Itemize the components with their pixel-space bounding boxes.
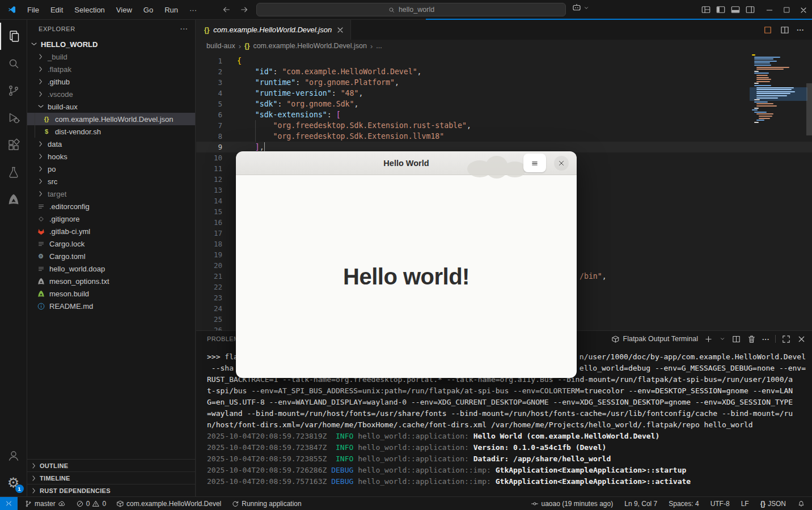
toggle-primary-sidebar-icon[interactable]	[716, 5, 726, 15]
minimap[interactable]	[752, 54, 804, 128]
breadcrumb-tail[interactable]: ...	[376, 42, 382, 50]
tree-item--flatpak[interactable]: .flatpak	[27, 63, 195, 75]
menu-go[interactable]: Go	[138, 3, 158, 16]
running-status[interactable]: Running application	[228, 497, 304, 510]
file-label: build-aux	[48, 103, 78, 111]
forward-icon[interactable]	[239, 5, 249, 15]
tree-item-build-aux[interactable]: build-aux	[27, 100, 195, 113]
breadcrumb-file[interactable]: com.example.HelloWorld.Devel.json	[253, 42, 367, 50]
tree-item-readme-md[interactable]: README.md	[27, 300, 195, 312]
toggle-secondary-sidebar-icon[interactable]	[745, 5, 755, 15]
command-center-search[interactable]: hello_world	[256, 3, 566, 16]
tree-item-src[interactable]: src	[27, 175, 195, 188]
tree-item-hello-world-doap[interactable]: hello_world.doap	[27, 262, 195, 275]
breadcrumb-folder[interactable]: build-aux	[206, 42, 235, 50]
section-timeline[interactable]: TIMELINE	[27, 471, 195, 484]
section-label: TIMELINE	[40, 475, 70, 482]
toggle-panel-icon[interactable]	[730, 5, 741, 15]
tree-item-target[interactable]: target	[27, 188, 195, 200]
maximize-panel-icon[interactable]	[781, 334, 791, 344]
activity-run-debug[interactable]	[0, 104, 27, 131]
back-icon[interactable]	[221, 5, 231, 15]
chevron-down-icon	[36, 102, 45, 111]
split-editor-icon[interactable]	[780, 25, 790, 35]
activity-explorer[interactable]	[0, 23, 27, 50]
notifications-bell[interactable]	[794, 497, 809, 510]
activity-meson[interactable]	[0, 186, 27, 213]
new-terminal-icon[interactable]	[704, 334, 713, 344]
gtk-menu-button[interactable]	[523, 154, 546, 172]
tree-root[interactable]: HELLO_WORLD	[27, 38, 195, 50]
accounts-button[interactable]	[0, 442, 27, 469]
tree-item--editorconfig[interactable]: .editorconfig	[27, 200, 195, 212]
panel-more-actions-icon[interactable]: ···	[762, 335, 769, 343]
line-number: 5	[196, 100, 222, 108]
customize-layout-icon[interactable]	[701, 5, 711, 15]
copilot-button[interactable]	[572, 3, 590, 13]
menu-run[interactable]: Run	[159, 3, 183, 16]
editor-action-square-icon[interactable]	[763, 25, 773, 35]
tree-item--build[interactable]: _build	[27, 50, 195, 63]
minimap-line	[754, 65, 771, 66]
eol[interactable]: LF	[738, 497, 752, 510]
terminal-dropdown-icon[interactable]	[719, 335, 726, 342]
vscode-window: FileEditSelectionViewGoRun··· hello_worl…	[0, 0, 812, 510]
activity-extensions[interactable]	[0, 131, 27, 159]
close-window-icon[interactable]	[799, 6, 808, 15]
commit-status[interactable]: uaoao (19 minutes ago)	[527, 497, 616, 510]
tree-item--vscode[interactable]: .vscode	[27, 88, 195, 100]
search-icon	[388, 6, 395, 14]
menu-overflow[interactable]: ···	[184, 3, 202, 16]
tree-item-cargo-toml[interactable]: ⚙Cargo.toml	[27, 250, 195, 262]
minimize-icon[interactable]	[765, 6, 774, 15]
menu-selection[interactable]: Selection	[69, 3, 109, 16]
kill-terminal-icon[interactable]	[747, 334, 756, 344]
menu-edit[interactable]: Edit	[45, 3, 68, 16]
line-content: "id": "com.example.HelloWorld.Devel",	[237, 66, 812, 77]
section-rust-dependencies[interactable]: RUST DEPENDENCIES	[27, 484, 195, 496]
tree-item--gitignore[interactable]: .gitignore	[27, 212, 195, 225]
problems-status[interactable]: 0 0	[73, 497, 109, 510]
explorer-more-actions[interactable]: ···	[180, 26, 188, 32]
status-bar: master 0 0 com.example.HelloWorld.Devel …	[0, 496, 812, 510]
menu-view[interactable]: View	[111, 3, 137, 16]
editor-scrollbar[interactable]	[806, 83, 812, 135]
tree-item--gitlab-ci-yml[interactable]: .gitlab-ci.yml	[27, 225, 195, 237]
chevron-right-icon	[36, 139, 45, 148]
settings-button[interactable]: ⚙ 1	[0, 469, 27, 496]
branch-status[interactable]: master	[21, 497, 69, 510]
flatpak-module-status[interactable]: com.example.HelloWorld.Devel	[113, 497, 225, 510]
language-mode[interactable]: {} JSON	[757, 497, 789, 510]
maximize-icon[interactable]	[783, 6, 790, 14]
terminal-label[interactable]: Flatpak Output Terminal	[611, 335, 698, 343]
terminal-line: G=en_US.UTF-8 --env=WAYLAND_DISPLAY=wayl…	[207, 397, 812, 408]
code-line: 1{	[196, 56, 812, 66]
encoding[interactable]: UTF-8	[707, 497, 733, 510]
breadcrumb[interactable]: build-aux › {} com.example.HelloWorld.De…	[196, 40, 812, 52]
indentation[interactable]: Spaces: 4	[665, 497, 702, 510]
tree-item-meson-options-txt[interactable]: meson_options.txt	[27, 275, 195, 287]
tree-item-po[interactable]: po	[27, 163, 195, 175]
section-outline[interactable]: OUTLINE	[27, 459, 195, 471]
tab-active[interactable]: {} com.example.HelloWorld.Devel.json	[196, 20, 351, 40]
gearfile-file-icon: ⚙	[36, 252, 45, 261]
tab-close-icon[interactable]	[336, 26, 345, 35]
gtk-close-button[interactable]	[554, 156, 569, 171]
gtk-header-bar[interactable]: Hello World	[236, 151, 577, 175]
close-panel-icon[interactable]	[797, 334, 806, 344]
cursor-position[interactable]: Ln 9, Col 7	[621, 497, 661, 510]
tree-item-meson-build[interactable]: meson.build	[27, 287, 195, 300]
tree-item-hooks[interactable]: hooks	[27, 150, 195, 163]
editor-more-actions-icon[interactable]: ···	[797, 26, 804, 34]
menu-file[interactable]: File	[22, 3, 44, 16]
tree-item-dist-vendor-sh[interactable]: $dist-vendor.sh	[27, 125, 195, 138]
remote-indicator[interactable]	[0, 497, 18, 510]
tree-item-data[interactable]: data	[27, 138, 195, 150]
split-terminal-icon[interactable]	[731, 334, 741, 344]
tree-item-com-example-helloworld-devel-json[interactable]: {}com.example.HelloWorld.Devel.json	[27, 113, 195, 125]
activity-search[interactable]	[0, 50, 27, 77]
tree-item--github[interactable]: .github	[27, 75, 195, 88]
tree-item-cargo-lock[interactable]: Cargo.lock	[27, 237, 195, 250]
activity-testing[interactable]	[0, 159, 27, 186]
activity-source-control[interactable]	[0, 77, 27, 104]
